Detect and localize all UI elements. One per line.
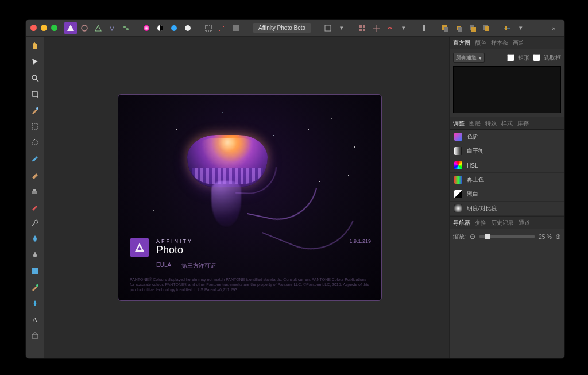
svg-rect-20 [423,25,425,31]
inpaint-tool[interactable] [28,200,42,214]
marquee-icon[interactable] [202,22,215,34]
chevron-down-icon[interactable]: ▾ [514,22,527,34]
arrange-back-icon[interactable] [439,22,451,34]
histogram-panel: 直方图 颜色 样本条 画笔 所有通道▾ 矩形 选取框 [450,37,564,117]
dodge-tool[interactable] [28,216,42,230]
svg-line-11 [219,25,225,31]
svg-point-33 [36,107,38,110]
snap-icon[interactable] [384,22,396,34]
adjust-item[interactable]: 白平衡 [450,144,564,158]
tone-persona-icon[interactable] [106,22,118,34]
assistant-icon[interactable] [418,22,431,34]
color-picker[interactable] [28,296,42,310]
liquify-persona-icon[interactable] [78,22,91,34]
erase-tool[interactable] [28,168,42,181]
checkbox-marquee[interactable] [533,54,540,61]
canvas[interactable]: 1.9.1.219 AFFINITY Photo EULA 第三方许可证 [44,37,450,358]
arrange-forward-icon[interactable] [466,22,479,34]
channel-dropdown[interactable]: 所有通道▾ [453,53,485,63]
svg-rect-34 [32,123,38,129]
adjust-item[interactable]: 黑白 [450,187,564,202]
adjust-item[interactable]: 色阶 [450,130,564,144]
crop-tool[interactable] [28,87,42,101]
view-tool[interactable] [28,71,42,85]
right-panels: 直方图 颜色 样本条 画笔 所有通道▾ 矩形 选取框 [450,37,564,358]
export-persona[interactable] [28,328,42,342]
svg-rect-15 [363,25,365,28]
selection-brush[interactable] [28,103,42,117]
svg-point-9 [185,25,191,31]
minimize-icon[interactable] [41,25,47,31]
more-icon[interactable]: » [547,22,560,34]
tab-stock[interactable]: 库存 [517,119,529,127]
tab-transform[interactable]: 变换 [475,219,486,227]
paint-brush[interactable] [28,152,42,165]
checkbox-rect[interactable] [507,54,514,61]
adjust-item-label: 再上色 [467,176,484,184]
contrast-icon[interactable] [154,22,167,34]
zoom-out-icon[interactable]: ⊖ [470,233,475,241]
tab-color[interactable]: 颜色 [475,39,486,47]
adjust-item-label: 黑白 [467,190,478,198]
photo-persona-icon[interactable] [64,22,77,34]
svg-marker-0 [67,25,74,31]
hand-tool[interactable] [28,39,42,53]
svg-line-38 [32,223,34,226]
pen-tool[interactable] [28,248,42,262]
text-tool[interactable]: A [28,312,42,326]
tab-styles[interactable]: 样式 [501,119,513,127]
svg-rect-12 [233,25,239,31]
exposure-icon[interactable] [181,22,194,34]
color-wheel-icon[interactable] [140,22,153,34]
tab-adjustments[interactable]: 调整 [453,119,465,127]
chevron-down-icon[interactable]: ▾ [335,22,348,34]
maximize-icon[interactable] [51,25,57,31]
third-party-link[interactable]: 第三方许可证 [181,262,216,270]
develop-persona-icon[interactable] [92,22,105,34]
swatch-icon [454,176,462,184]
adjust-item-label: 白平衡 [467,147,484,155]
brand-block: AFFINITY Photo [130,238,370,257]
adjust-item[interactable]: 再上色 [450,173,564,187]
guides-icon[interactable] [370,22,382,34]
svg-rect-24 [458,27,462,32]
move-tool[interactable] [28,55,42,69]
app-title-pill: Affinity Photo Beta [253,23,311,33]
blur-tool[interactable] [28,232,42,246]
align-icon[interactable] [501,22,513,34]
close-icon[interactable] [30,25,37,31]
tab-histogram[interactable]: 直方图 [453,39,470,47]
select-all-icon[interactable] [230,22,242,34]
left-toolstrip: A [26,37,44,358]
tab-channels[interactable]: 通道 [519,219,530,227]
checkbox-marquee-label: 选取框 [544,54,561,62]
tab-effects[interactable]: 特效 [485,119,497,127]
adjust-item[interactable]: 明度/对比度 [450,202,564,216]
swatch-icon [454,133,462,141]
gradient-tool[interactable] [28,280,42,294]
zoom-slider[interactable] [479,235,535,238]
eula-link[interactable]: EULA [156,262,171,270]
flood-select[interactable] [28,136,42,149]
app-window: Affinity Photo Beta ▾ ▾ ▾ » [25,19,565,359]
tab-swatches[interactable]: 样本条 [491,39,508,47]
clone-tool[interactable] [28,184,42,198]
adjust-item-label: 明度/对比度 [467,204,497,212]
svg-rect-13 [325,25,331,31]
tab-brushes[interactable]: 画笔 [513,39,524,47]
tab-layers[interactable]: 图层 [469,119,481,127]
adjust-item[interactable]: HSL [450,158,564,173]
tab-navigator[interactable]: 导航器 [453,219,470,227]
arrange-backward-icon[interactable] [452,22,465,34]
marquee-tool[interactable] [28,119,42,133]
export-persona-icon[interactable] [119,22,132,34]
chevron-down-icon[interactable]: ▾ [397,22,410,34]
swatch-icon[interactable] [322,22,334,34]
grid-icon[interactable] [356,22,369,34]
hue-icon[interactable] [168,22,180,34]
arrange-front-icon[interactable] [480,22,493,34]
zoom-in-icon[interactable]: ⊕ [555,233,561,241]
shape-tool[interactable] [28,264,42,278]
tab-history[interactable]: 历史记录 [491,219,514,227]
deselect-icon[interactable] [216,22,229,34]
